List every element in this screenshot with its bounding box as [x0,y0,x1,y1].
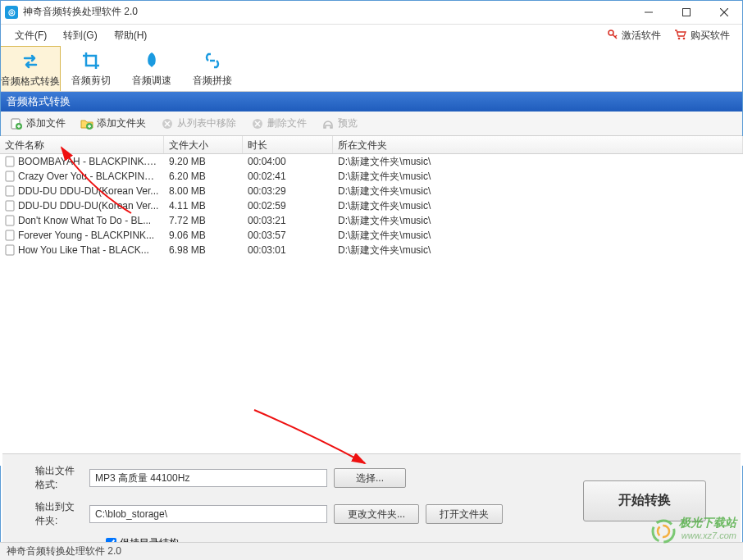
menu-file[interactable]: 文件(F) [7,26,55,45]
app-icon: ◎ [5,6,18,19]
remove-label: 从列表中移除 [177,116,236,130]
cell-duration: 00:03:21 [243,214,333,227]
tab-speed[interactable]: 音频调速 [121,46,182,91]
file-icon [5,185,16,197]
col-size[interactable]: 文件大小 [164,136,243,153]
menu-help[interactable]: 帮助(H) [106,26,156,45]
open-folder-button[interactable]: 打开文件夹 [426,504,503,524]
cell-size: 8.00 MB [164,184,243,198]
cell-size: 4.11 MB [164,199,243,212]
svg-rect-20 [6,186,14,196]
file-icon [5,200,16,212]
cell-size: 9.06 MB [164,229,243,242]
table-row[interactable]: DDU-DU DDU-DU(Korean Ver...8.00 MB00:03:… [0,184,743,198]
tab-label: 音频调速 [132,74,171,88]
file-icon [5,156,16,167]
file-icon [5,244,16,256]
change-folder-button[interactable]: 更改文件夹... [334,504,419,524]
delete-label: 删除文件 [267,116,307,130]
cell-folder: D:\新建文件夹\music\ [333,198,743,214]
col-name[interactable]: 文件名称 [0,136,164,153]
convert-icon [19,50,42,73]
buy-label: 购买软件 [691,29,730,43]
cell-duration: 00:03:01 [243,244,333,257]
cell-name: DDU-DU DDU-DU(Korean Ver... [0,199,164,213]
headphones-icon [321,117,335,130]
svg-rect-23 [6,230,14,240]
add-file-button[interactable]: 添加文件 [3,113,72,134]
cell-name: BOOMBAYAH - BLACKPINK.mp3 [0,155,164,169]
cell-folder: D:\新建文件夹\music\ [333,228,743,244]
menubar: 文件(F) 转到(G) 帮助(H) 激活软件 购买软件 [0,25,743,46]
delete-button[interactable]: 删除文件 [244,113,313,134]
close-button[interactable] [705,0,743,25]
file-icon [5,230,16,241]
tab-cut[interactable]: 音频剪切 [61,46,121,91]
tab-format-convert[interactable]: 音频格式转换 [0,46,61,91]
select-format-button[interactable]: 选择... [334,468,406,488]
svg-rect-24 [6,245,14,255]
preview-label: 预览 [338,116,358,130]
file-icon [5,171,16,182]
file-table: 文件名称 文件大小 时长 所在文件夹 BOOMBAYAH - BLACKPINK… [0,136,743,466]
cell-folder: D:\新建文件夹\music\ [333,213,743,229]
cell-name: Don't Know What To Do - BL... [0,214,164,228]
file-toolbar: 添加文件 添加文件夹 从列表中移除 删除文件 预览 [0,112,743,136]
buy-link[interactable]: 购买软件 [668,26,736,45]
cell-duration: 00:02:41 [243,170,333,183]
output-format-field[interactable] [89,469,327,487]
cell-name: How You Like That - BLACK... [0,244,164,257]
cell-folder: D:\新建文件夹\music\ [333,243,743,258]
titlebar: ◎ 神奇音频转换处理软件 2.0 [0,0,743,25]
output-panel: 输出文件格式: 选择... 输出到文件夹: 更改文件夹... 打开文件夹 保持目… [2,453,741,542]
table-row[interactable]: Crazy Over You - BLACKPINK...6.20 MB00:0… [0,169,743,184]
delete-icon [251,117,264,130]
remove-button[interactable]: 从列表中移除 [154,113,243,134]
remove-icon [161,117,174,130]
cell-size: 6.98 MB [164,244,243,257]
activate-link[interactable]: 激活软件 [600,26,668,45]
maximize-button[interactable] [668,0,705,25]
cell-folder: D:\新建文件夹\music\ [333,154,743,170]
table-row[interactable]: DDU-DU DDU-DU(Korean Ver...4.11 MB00:02:… [0,198,743,213]
svg-rect-19 [6,171,14,181]
cell-duration: 00:03:57 [243,229,333,242]
tab-label: 音频拼接 [193,74,232,88]
cell-name: Crazy Over You - BLACKPINK... [0,170,164,184]
cell-name: DDU-DU DDU-DU(Korean Ver... [0,184,164,198]
status-bar: 神奇音频转换处理软件 2.0 [0,542,743,560]
link-icon [201,49,224,72]
cell-duration: 00:04:00 [243,155,333,168]
preview-button[interactable]: 预览 [315,113,364,134]
table-body[interactable]: BOOMBAYAH - BLACKPINK.mp39.20 MB00:04:00… [0,154,743,466]
tab-label: 音频剪切 [71,74,111,88]
tab-concat[interactable]: 音频拼接 [182,46,243,91]
tab-label: 音频格式转换 [1,75,60,89]
output-folder-field[interactable] [89,505,327,523]
rocket-icon [140,49,163,72]
add-folder-label: 添加文件夹 [97,116,146,130]
svg-line-6 [615,35,617,37]
minimize-button[interactable] [630,0,668,25]
svg-rect-1 [683,8,691,16]
section-header: 音频格式转换 [0,92,743,112]
table-row[interactable]: How You Like That - BLACK...6.98 MB00:03… [0,243,743,257]
col-duration[interactable]: 时长 [243,136,333,153]
output-format-label: 输出文件格式: [12,464,83,492]
output-folder-label: 输出到文件夹: [12,500,83,528]
svg-rect-21 [6,201,14,211]
table-header: 文件名称 文件大小 时长 所在文件夹 [0,136,743,154]
table-row[interactable]: Forever Young - BLACKPINK...9.06 MB00:03… [0,228,743,243]
add-folder-icon [80,117,93,130]
col-folder[interactable]: 所在文件夹 [333,136,743,153]
svg-point-8 [683,37,686,39]
svg-point-7 [678,37,681,39]
menu-goto[interactable]: 转到(G) [55,26,105,45]
cell-size: 9.20 MB [164,155,243,168]
add-folder-button[interactable]: 添加文件夹 [74,113,153,134]
start-convert-button[interactable]: 开始转换 [583,480,706,521]
window-title: 神奇音频转换处理软件 2.0 [23,5,138,19]
cell-duration: 00:02:59 [243,199,333,212]
table-row[interactable]: Don't Know What To Do - BL...7.72 MB00:0… [0,213,743,228]
table-row[interactable]: BOOMBAYAH - BLACKPINK.mp39.20 MB00:04:00… [0,154,743,169]
